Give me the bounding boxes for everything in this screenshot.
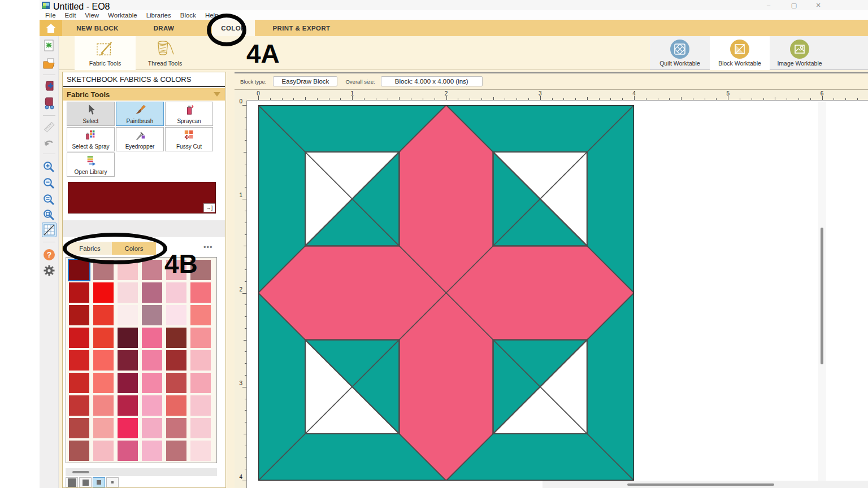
image-worktable-button[interactable]: Image Worktable <box>770 36 830 70</box>
zoom-to-region-icon[interactable] <box>42 208 57 223</box>
menu-file[interactable]: File <box>41 12 60 19</box>
color-swatch[interactable] <box>142 418 162 438</box>
color-swatch[interactable] <box>166 305 186 325</box>
tab-fabrics[interactable]: Fabrics <box>68 242 112 255</box>
color-swatch[interactable] <box>190 260 211 280</box>
color-swatch[interactable] <box>190 373 211 393</box>
swatch-expand-button[interactable]: →] <box>203 203 215 212</box>
home-button[interactable] <box>40 20 62 36</box>
color-swatch[interactable] <box>166 418 186 438</box>
color-swatch[interactable] <box>69 395 89 416</box>
menu-view[interactable]: View <box>80 12 103 19</box>
select-tool[interactable]: Select <box>67 102 115 126</box>
block-worktable-button[interactable]: Block Worktable <box>710 36 770 70</box>
select-spray-tool[interactable]: Select & Spray <box>67 127 115 151</box>
color-swatch[interactable] <box>142 328 162 348</box>
menu-edit[interactable]: Edit <box>60 12 81 19</box>
color-swatch[interactable] <box>118 260 138 280</box>
open-library-tool[interactable]: Open Library <box>67 152 115 177</box>
fabric-tools-button[interactable]: Fabric Tools <box>75 36 136 70</box>
spraycan-tool[interactable]: Spraycan <box>165 102 213 126</box>
swatch-size-button-3[interactable] <box>93 477 105 487</box>
fit-to-worktable-icon[interactable] <box>42 193 57 207</box>
color-swatch[interactable] <box>118 328 138 348</box>
color-swatch[interactable] <box>190 441 211 461</box>
help-icon[interactable]: ? <box>42 247 57 262</box>
settings-icon[interactable] <box>42 263 57 278</box>
tab-draw[interactable]: DRAW <box>133 20 195 36</box>
overall-size-value[interactable]: Block: 4.000 x 4.000 (ins) <box>381 76 483 86</box>
menu-worktable[interactable]: Worktable <box>103 12 142 19</box>
color-swatch[interactable] <box>69 418 89 438</box>
swatch-size-button-4[interactable] <box>106 477 119 487</box>
thread-tools-button[interactable]: Thread Tools <box>137 36 193 70</box>
color-swatch[interactable] <box>190 418 211 438</box>
color-swatch[interactable] <box>166 395 186 416</box>
color-swatch[interactable] <box>190 328 211 348</box>
color-swatch[interactable] <box>142 282 162 303</box>
add-to-sketchbook-icon[interactable] <box>42 79 57 94</box>
color-swatch[interactable] <box>69 441 89 461</box>
color-swatch[interactable] <box>69 305 89 325</box>
color-swatch[interactable] <box>93 395 114 416</box>
swatch-size-button-1[interactable] <box>66 477 78 487</box>
color-swatch[interactable] <box>142 373 162 393</box>
color-swatch[interactable] <box>142 395 162 416</box>
refresh-grid-icon[interactable] <box>42 223 57 237</box>
menu-libraries[interactable]: Libraries <box>142 12 176 19</box>
color-swatch[interactable] <box>69 350 89 371</box>
quilt-worktable-button[interactable]: Quilt Worktable <box>650 36 710 70</box>
minimize-button[interactable]: – <box>757 0 780 10</box>
color-swatch[interactable] <box>166 350 186 371</box>
color-swatch[interactable] <box>118 418 138 438</box>
zoom-in-icon[interactable] <box>42 160 57 175</box>
color-swatch[interactable] <box>69 328 89 348</box>
color-swatch[interactable] <box>142 305 162 325</box>
color-swatch[interactable] <box>93 418 114 438</box>
palette-scrollbar-handle[interactable] <box>72 471 89 473</box>
color-swatch[interactable] <box>118 282 138 303</box>
color-swatch[interactable] <box>93 328 114 348</box>
color-swatch[interactable] <box>93 282 114 303</box>
color-swatch[interactable] <box>93 441 114 461</box>
color-swatch[interactable] <box>190 305 211 325</box>
fussy-cut-tool[interactable]: Fussy Cut <box>165 127 213 151</box>
undo-icon[interactable] <box>42 136 57 150</box>
close-button[interactable]: ✕ <box>807 0 830 10</box>
palette-menu-button[interactable]: ••• <box>203 243 213 251</box>
vertical-scrollbar-handle[interactable] <box>821 228 823 364</box>
color-swatch[interactable] <box>166 441 186 461</box>
swatch-size-button-2[interactable] <box>79 477 92 487</box>
paintbrush-tool[interactable]: Paintbrush <box>116 102 164 126</box>
color-swatch[interactable] <box>118 395 138 416</box>
menu-help[interactable]: Help <box>201 12 223 19</box>
color-swatch[interactable] <box>93 305 114 325</box>
color-swatch[interactable] <box>190 282 211 303</box>
color-swatch[interactable] <box>166 282 186 303</box>
maximize-button[interactable]: ▢ <box>783 0 805 10</box>
collapse-arrow-icon[interactable] <box>214 92 220 97</box>
color-swatch[interactable] <box>118 350 138 371</box>
tab-print-export[interactable]: PRINT & EXPORT <box>255 20 348 36</box>
color-swatch[interactable] <box>118 373 138 393</box>
tab-new-block[interactable]: NEW BLOCK <box>62 20 133 36</box>
new-project-icon[interactable] <box>42 38 57 53</box>
color-swatch[interactable] <box>190 350 211 371</box>
color-swatch[interactable] <box>190 395 211 416</box>
current-color-swatch[interactable] <box>68 182 216 213</box>
color-swatch[interactable] <box>166 328 186 348</box>
tab-color[interactable]: COLOR <box>212 20 255 36</box>
fabric-tools-section-header[interactable]: Fabric Tools <box>63 88 225 101</box>
color-swatch[interactable] <box>93 260 114 280</box>
color-swatch[interactable] <box>69 260 89 280</box>
quilt-block[interactable] <box>258 105 634 481</box>
color-swatch[interactable] <box>166 260 186 280</box>
block-type-value[interactable]: EasyDraw Block <box>273 76 337 86</box>
color-swatch[interactable] <box>93 350 114 371</box>
color-swatch[interactable] <box>93 373 114 393</box>
horizontal-scrollbar-handle[interactable] <box>627 483 774 486</box>
measure-icon[interactable] <box>42 120 57 134</box>
color-swatch[interactable] <box>166 373 186 393</box>
open-project-icon[interactable] <box>42 56 57 71</box>
color-swatch[interactable] <box>142 350 162 371</box>
